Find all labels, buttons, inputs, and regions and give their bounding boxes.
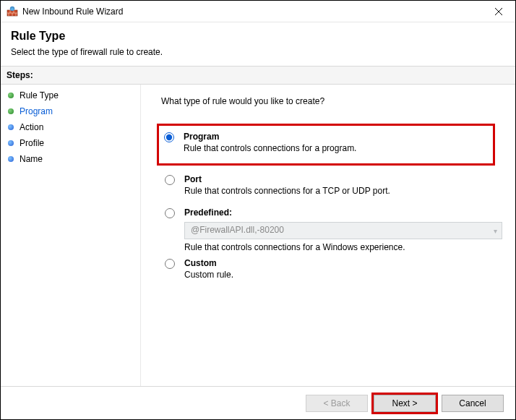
option-label: Port [184, 174, 390, 184]
bullet-icon [8, 93, 14, 98]
option-custom[interactable]: Custom Custom rule. [161, 254, 502, 287]
close-icon [495, 8, 502, 15]
bullet-icon [8, 140, 14, 146]
highlight-program: Program Rule that controls connections f… [157, 124, 495, 166]
page-title: Rule Type [11, 30, 505, 43]
step-label: Rule Type [20, 90, 59, 100]
step-label: Profile [20, 138, 44, 148]
option-label: Program [184, 132, 356, 142]
page-subtitle: Select the type of firewall rule to crea… [11, 47, 505, 57]
main-panel: What type of rule would you like to crea… [141, 85, 515, 386]
cancel-button[interactable]: Cancel [442, 395, 504, 412]
wizard-footer: < Back Next > Cancel [1, 386, 515, 419]
steps-sidebar: Rule Type Program Action Profile Name [1, 85, 141, 386]
back-button: < Back [306, 395, 368, 412]
option-predefined[interactable]: Predefined: @FirewallAPI.dll,-80200 ▾ Ru… [161, 203, 502, 254]
option-program[interactable]: Program Rule that controls connections f… [160, 127, 489, 160]
step-profile[interactable]: Profile [1, 135, 140, 151]
step-name[interactable]: Name [1, 151, 140, 167]
option-port[interactable]: Port Rule that controls connections for … [161, 170, 502, 203]
close-button[interactable] [482, 1, 515, 22]
step-label: Program [20, 106, 53, 116]
chevron-down-icon: ▾ [494, 227, 497, 235]
option-desc: Custom rule. [184, 270, 233, 280]
predefined-combo: @FirewallAPI.dll,-80200 ▾ [184, 222, 502, 239]
firewall-icon [7, 6, 18, 17]
step-label: Name [20, 154, 43, 164]
window-title: New Inbound Rule Wizard [22, 7, 482, 17]
option-label: Custom [184, 258, 233, 268]
radio-program[interactable] [164, 132, 174, 142]
wizard-header: Rule Type Select the type of firewall ru… [1, 22, 515, 66]
step-action[interactable]: Action [1, 119, 140, 135]
option-desc: Rule that controls connections for a pro… [184, 143, 356, 153]
option-desc: Rule that controls connections for a TCP… [184, 186, 390, 196]
bullet-icon [8, 124, 14, 130]
step-rule-type[interactable]: Rule Type [1, 87, 140, 103]
step-label: Action [20, 122, 43, 132]
next-button[interactable]: Next > [374, 395, 436, 412]
radio-predefined[interactable] [165, 208, 175, 218]
option-label: Predefined: [184, 207, 502, 218]
option-desc: Rule that controls connections for a Win… [184, 242, 502, 252]
titlebar: New Inbound Rule Wizard [1, 1, 515, 22]
radio-custom[interactable] [165, 259, 175, 269]
radio-port[interactable] [165, 175, 175, 185]
steps-label: Steps: [1, 66, 515, 85]
bullet-icon [8, 156, 14, 162]
prompt-text: What type of rule would you like to crea… [161, 96, 502, 106]
step-program[interactable]: Program [1, 103, 140, 119]
bullet-icon [8, 108, 14, 114]
combo-value: @FirewallAPI.dll,-80200 [191, 225, 284, 235]
